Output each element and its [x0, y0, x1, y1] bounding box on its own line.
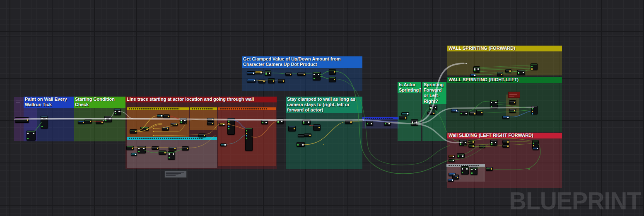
graph-node[interactable] — [476, 110, 483, 115]
node-pin[interactable] — [262, 122, 263, 123]
graph-node[interactable] — [533, 147, 539, 150]
node-pin[interactable] — [228, 126, 229, 127]
graph-node[interactable] — [277, 119, 284, 124]
node-pin[interactable] — [452, 180, 453, 181]
graph-node[interactable] — [502, 140, 509, 144]
comment-wall-sprinting-right-left[interactable]: WALL SPRINTING (RIGHT-LEFT) — [447, 77, 562, 132]
comment-header-sprinting-direction[interactable]: Sprinting Forward or Left-Right? — [422, 82, 446, 104]
graph-node[interactable] — [126, 146, 134, 150]
graph-node[interactable] — [157, 114, 163, 117]
graph-node[interactable] — [182, 146, 189, 150]
node-pin[interactable] — [187, 148, 188, 149]
node-pin[interactable] — [416, 121, 417, 123]
node-pin[interactable] — [367, 123, 368, 124]
graph-node[interactable] — [140, 127, 149, 131]
graph-node[interactable] — [84, 119, 92, 124]
graph-node[interactable] — [247, 71, 255, 75]
graph-node[interactable] — [473, 66, 480, 73]
node-pin[interactable] — [181, 120, 182, 121]
node-pin[interactable] — [27, 119, 28, 121]
node-pin[interactable] — [224, 144, 226, 146]
graph-node[interactable] — [163, 114, 170, 118]
graph-node[interactable] — [411, 119, 418, 126]
graph-node[interactable] — [449, 159, 455, 162]
graph-node[interactable] — [509, 109, 516, 113]
node-pin[interactable] — [308, 121, 309, 123]
graph-node[interactable] — [399, 116, 407, 119]
node-pin[interactable] — [532, 111, 533, 112]
node-pin[interactable] — [475, 169, 476, 170]
node-pin[interactable] — [297, 144, 299, 146]
node-pin[interactable] — [461, 113, 462, 114]
comment-header-sub-cyan[interactable] — [127, 137, 217, 140]
node-pin[interactable] — [109, 118, 111, 119]
node-pin[interactable] — [269, 73, 270, 74]
graph-node[interactable] — [451, 109, 458, 112]
comment-header-paint-on-wall[interactable]: Paint on Wall Every Wallrun Tick — [24, 97, 74, 108]
node-pin[interactable] — [302, 144, 304, 146]
node-pin[interactable] — [523, 72, 524, 73]
node-pin[interactable] — [458, 155, 459, 157]
node-pin[interactable] — [228, 121, 229, 122]
node-pin[interactable] — [533, 145, 534, 146]
comment-header-wall-sprinting-right-left[interactable]: WALL SPRINTING (RIGHT-LEFT) — [447, 77, 562, 83]
reroute-dot[interactable] — [153, 128, 154, 129]
comment-wall-sprinting-forward[interactable]: WALL SPRINTING (FORWARD) — [447, 46, 562, 75]
node-pin[interactable] — [265, 73, 267, 75]
node-pin[interactable] — [105, 120, 106, 121]
node-pin[interactable] — [314, 78, 315, 79]
node-pin[interactable] — [460, 143, 461, 145]
node-pin[interactable] — [294, 128, 295, 129]
graph-node[interactable] — [27, 131, 36, 141]
node-pin[interactable] — [453, 160, 454, 161]
node-pin[interactable] — [457, 177, 458, 178]
node-pin[interactable] — [246, 135, 247, 136]
reroute-dot[interactable] — [153, 131, 154, 132]
node-pin[interactable] — [290, 74, 291, 75]
reroute-dot[interactable] — [466, 63, 467, 64]
graph-node[interactable] — [509, 100, 516, 104]
graph-node[interactable] — [114, 109, 121, 115]
node-pin[interactable] — [514, 102, 515, 103]
node-pin[interactable] — [173, 153, 174, 155]
graph-node[interactable] — [297, 73, 306, 76]
node-pin[interactable] — [412, 121, 413, 123]
node-pin[interactable] — [33, 133, 34, 134]
node-pin[interactable] — [115, 113, 116, 114]
graph-node[interactable] — [278, 79, 285, 83]
graph-node[interactable] — [313, 72, 321, 80]
reroute-dot[interactable] — [528, 168, 530, 170]
comment-header-wall-sliding[interactable]: Wall SLIDING (LEFT RIGHT FORWARD) — [447, 133, 562, 138]
graph-node[interactable] — [227, 118, 235, 135]
node-pin[interactable] — [161, 115, 162, 116]
graph-node[interactable] — [297, 142, 305, 147]
graph-node[interactable] — [168, 151, 175, 160]
node-pin[interactable] — [83, 122, 84, 123]
graph-node[interactable] — [505, 69, 511, 73]
graph-node[interactable] — [137, 146, 146, 153]
node-pin[interactable] — [491, 102, 492, 103]
graph-node[interactable] — [486, 167, 493, 171]
graph-node[interactable] — [329, 77, 336, 82]
reroute-dot[interactable] — [153, 135, 154, 136]
graph-node[interactable] — [490, 100, 498, 109]
node-pin[interactable] — [474, 113, 475, 114]
comment-header-starting-condition[interactable]: Starting Condition Check — [74, 97, 125, 108]
graph-node[interactable] — [245, 128, 253, 151]
comment-header-wall-sprinting-forward[interactable]: WALL SPRINTING (FORWARD) — [447, 46, 562, 51]
node-pin[interactable] — [495, 102, 497, 103]
node-pin[interactable] — [27, 138, 29, 139]
node-pin[interactable] — [41, 118, 43, 119]
graph-node[interactable] — [448, 179, 454, 182]
node-pin[interactable] — [309, 135, 311, 136]
graph-node[interactable] — [130, 129, 137, 133]
node-pin[interactable] — [254, 80, 255, 81]
node-pin[interactable] — [228, 128, 229, 129]
comment-stay-clamped[interactable]: Stay clamped to wall as long as camera s… — [286, 97, 362, 169]
comment-header-line-trace[interactable]: Line trace starting at actor location an… — [125, 97, 277, 102]
node-pin[interactable] — [223, 124, 224, 125]
graph-node[interactable] — [459, 140, 467, 146]
graph-node[interactable] — [470, 74, 476, 77]
graph-node[interactable] — [497, 72, 503, 76]
graph-node[interactable] — [268, 78, 275, 83]
